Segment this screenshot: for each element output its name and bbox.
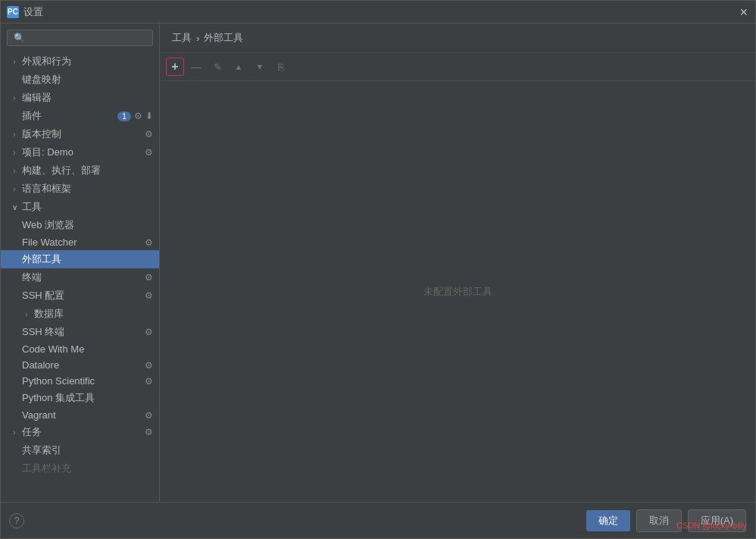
sidebar-item-code-with-me[interactable]: Code With Me [1,341,159,357]
close-button[interactable]: ✕ [739,7,749,17]
sidebar-item-file-watcher[interactable]: File Watcher ⚙ [1,234,159,250]
settings-icon: ⚙ [134,111,142,121]
main-content-area: 未配置外部工具 [160,81,755,502]
sidebar-item-web-browser[interactable]: Web 浏览器 [1,216,159,234]
sidebar-item-label: 数据库 [34,307,153,321]
arrow-icon: › [10,130,19,139]
sidebar-item-label: 项目: Demo [22,146,145,159]
sidebar-item-vagrant[interactable]: Vagrant ⚙ [1,407,159,423]
breadcrumb-root: 工具 [172,31,192,45]
arrow-icon: › [10,148,19,157]
settings-window: PC 设置 ✕ 🔍 › 外观和行为 键盘映射 [0,0,756,539]
sidebar-item-ssh-config[interactable]: SSH 配置 ⚙ [1,287,159,305]
help-button[interactable]: ? [9,513,24,528]
sidebar-item-datalore[interactable]: Datalore ⚙ [1,357,159,373]
arrow-icon: › [10,93,19,102]
search-box[interactable]: 🔍 [7,30,153,46]
sidebar-item-label: 插件 [22,109,117,123]
sidebar-item-label: 终端 [22,271,145,284]
watermark-text: CSDN @lucky-billy [676,521,747,530]
download-icon: ⬇ [145,111,153,121]
sidebar-item-label: 共享索引 [22,443,153,457]
empty-state-text: 未配置外部工具 [423,285,492,299]
breadcrumb-sep: › [196,33,199,44]
remove-tool-button[interactable]: — [187,58,205,76]
sidebar-item-label: 编辑器 [22,91,153,105]
sidebar-item-editor[interactable]: › 编辑器 [1,89,159,107]
move-down-button[interactable]: ▼ [251,58,269,76]
sidebar-item-label: Datalore [22,359,145,371]
plugin-badge: 1 ⚙ ⬇ [117,111,153,121]
copy-tool-button[interactable]: ⎘ [272,58,290,76]
bottom-bar: ? 确定 取消 应用(A) CSDN @lucky-billy [1,502,755,538]
sidebar-item-label: Vagrant [22,409,145,421]
settings-icon: ⚙ [145,410,153,421]
sidebar-item-keymap[interactable]: 键盘映射 [1,71,159,89]
settings-icon: ⚙ [145,360,153,371]
arrow-icon: › [10,57,19,66]
sidebar-item-vcs[interactable]: › 版本控制 ⚙ [1,125,159,143]
sidebar: 🔍 › 外观和行为 键盘映射 › 编辑器 [1,24,160,502]
sidebar-item-label: 语言和框架 [22,182,153,196]
search-input[interactable] [28,33,146,43]
settings-icon: ⚙ [145,327,153,337]
sidebar-item-label: 任务 [22,425,145,439]
sidebar-item-shared-index[interactable]: 共享索引 [1,441,159,459]
breadcrumb-current: 外部工具 [204,31,243,45]
window-controls: ✕ [739,7,749,17]
window-title: 设置 [23,5,739,19]
sidebar-item-project[interactable]: › 项目: Demo ⚙ [1,143,159,161]
settings-icon: ⚙ [145,237,153,248]
sidebar-item-label: 版本控制 [22,127,145,141]
settings-icon: ⚙ [145,272,153,283]
main-panel: 工具 › 外部工具 + — ✎ ▲ ▼ ⎘ 未配置外部工具 [160,24,755,502]
sidebar-item-appearance[interactable]: › 外观和行为 [1,52,159,71]
sidebar-item-tools[interactable]: ∨ 工具 [1,198,159,216]
sidebar-item-label: Python Scientific [22,375,145,387]
sidebar-item-ssh-terminal[interactable]: SSH 终端 ⚙ [1,323,159,341]
sidebar-tree: › 外观和行为 键盘映射 › 编辑器 插件 1 ⚙ [1,52,159,502]
sidebar-item-languages[interactable]: › 语言和框架 [1,180,159,198]
sidebar-item-label: 构建、执行、部署 [22,164,153,177]
arrow-icon: › [10,166,19,175]
cancel-button[interactable]: 取消 [636,509,682,532]
title-bar: PC 设置 ✕ [1,1,755,24]
search-icon: 🔍 [14,33,25,43]
sidebar-item-python-scientific[interactable]: Python Scientific ⚙ [1,373,159,389]
arrow-icon: › [22,309,31,318]
settings-icon: ⚙ [145,290,153,301]
sidebar-item-build[interactable]: › 构建、执行、部署 [1,161,159,180]
sidebar-item-label: File Watcher [22,237,145,248]
sidebar-item-terminal[interactable]: 终端 ⚙ [1,268,159,287]
sidebar-item-label: SSH 终端 [22,325,145,339]
sidebar-item-plugins[interactable]: 插件 1 ⚙ ⬇ [1,107,159,125]
sidebar-item-label: Code With Me [22,343,153,355]
sidebar-item-label: 外部工具 [22,252,153,266]
arrow-icon: › [10,428,19,437]
breadcrumb: 工具 › 外部工具 [160,24,755,53]
sidebar-item-database[interactable]: › 数据库 [1,305,159,323]
arrow-icon: ∨ [10,202,19,212]
sidebar-item-label: SSH 配置 [22,289,145,302]
settings-icon: ⚙ [145,376,153,387]
sidebar-item-label: Web 浏览器 [22,218,153,232]
sidebar-item-tasks[interactable]: › 任务 ⚙ [1,423,159,441]
arrow-icon: › [10,184,19,193]
badge-number: 1 [117,111,131,121]
ok-button[interactable]: 确定 [586,510,630,531]
app-icon: PC [7,6,19,18]
sidebar-item-label: Python 集成工具 [22,391,153,405]
settings-icon: ⚙ [145,427,153,437]
move-up-button[interactable]: ▲ [230,58,248,76]
edit-tool-button[interactable]: ✎ [208,58,226,76]
sidebar-item-more[interactable]: 工具栏补充 [1,459,159,478]
sidebar-item-label: 工具 [22,200,153,214]
sidebar-item-label: 键盘映射 [22,73,153,86]
settings-icon: ⚙ [145,129,153,139]
sidebar-item-label: 工具栏补充 [22,462,153,475]
toolbar: + — ✎ ▲ ▼ ⎘ [160,53,755,81]
add-tool-button[interactable]: + [166,58,184,76]
sidebar-item-python-integration[interactable]: Python 集成工具 [1,389,159,407]
sidebar-item-external-tools[interactable]: 外部工具 [1,250,159,268]
settings-icon: ⚙ [145,147,153,158]
